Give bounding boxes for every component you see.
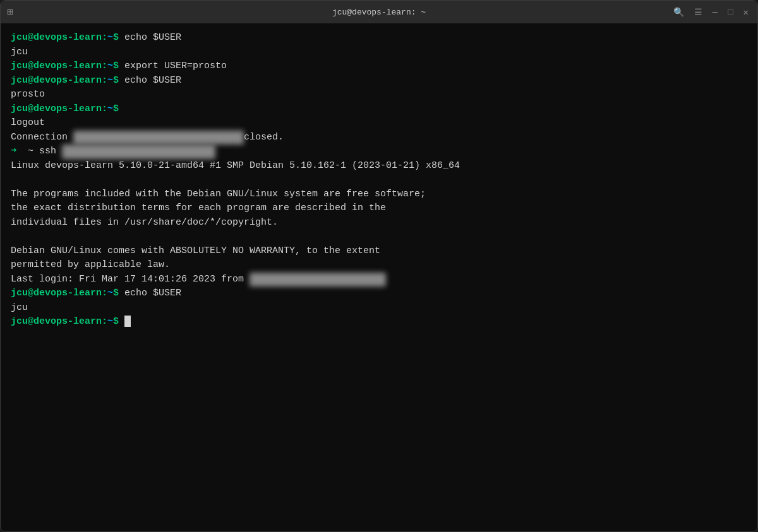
output-line: permitted by applicable law.	[11, 258, 747, 273]
terminal-body[interactable]: jcu@devops-learn:~$ echo $USER jcu jcu@d…	[1, 23, 757, 531]
dollar: $	[113, 75, 119, 86]
new-tab-icon[interactable]: ⊞	[7, 6, 13, 18]
titlebar-left: ⊞	[7, 6, 13, 18]
search-icon[interactable]: 🔍	[671, 6, 687, 19]
output-line: Last login: Fri Mar 17 14:01:26 2023 fro…	[11, 273, 747, 287]
output-line: the exact distribution terms for each pr…	[11, 201, 747, 216]
terminal-line: jcu@devops-learn:~$ echo $USER	[11, 31, 747, 45]
terminal-line: jcu@devops-learn:~$ echo $USER	[11, 74, 747, 88]
maximize-icon[interactable]: □	[725, 6, 735, 18]
terminal-line: jcu@devops-learn:~$ echo $USER	[11, 287, 747, 301]
window-title: jcu@devops-learn: ~	[332, 8, 426, 17]
command: echo $USER	[119, 75, 181, 86]
menu-icon[interactable]: ☰	[692, 6, 705, 19]
minimize-icon[interactable]: —	[710, 6, 720, 18]
dollar: $	[113, 61, 119, 71]
output-line: prosto	[11, 88, 747, 102]
command: echo $USER	[119, 288, 181, 299]
arrow-icon: ➜	[11, 146, 16, 157]
tilde: ~	[107, 316, 113, 327]
empty-line	[11, 173, 747, 187]
terminal-cursor	[124, 316, 131, 327]
prompt: jcu@devops-learn:	[11, 316, 107, 327]
close-icon[interactable]: ✕	[741, 6, 751, 19]
output-line: individual files in /usr/share/doc/*/cop…	[11, 216, 747, 230]
tilde: ~	[107, 103, 113, 114]
dollar: $	[113, 316, 119, 327]
command: ~ ssh	[16, 146, 62, 157]
command: export USER=prosto	[119, 61, 227, 71]
tilde: ~	[107, 61, 113, 71]
tilde: ~	[107, 75, 113, 86]
dollar: $	[113, 288, 119, 299]
output-line: Linux devops-learn 5.10.0-21-amd64 #1 SM…	[11, 159, 747, 174]
prompt: jcu@devops-learn:	[11, 32, 107, 43]
output-line: Debian GNU/Linux comes with ABSOLUTELY N…	[11, 244, 747, 259]
output-line: logout	[11, 116, 747, 131]
redacted-ip	[250, 273, 386, 287]
command: echo $USER	[119, 32, 181, 43]
terminal-line: jcu@devops-learn:~$	[11, 315, 747, 329]
prompt: jcu@devops-learn:	[11, 103, 107, 114]
prompt: jcu@devops-learn:	[11, 61, 107, 71]
prompt: jcu@devops-learn:	[11, 288, 107, 299]
titlebar: ⊞ jcu@devops-learn: ~ 🔍 ☰ — □ ✕	[1, 1, 757, 23]
titlebar-controls: 🔍 ☰ — □ ✕	[671, 6, 751, 19]
output-line: jcu	[11, 301, 747, 316]
terminal-line: jcu@devops-learn:~$ export USER=prosto	[11, 59, 747, 74]
tilde: ~	[107, 288, 113, 299]
terminal-line: jcu@devops-learn:~$	[11, 102, 747, 117]
output-line: jcu	[11, 45, 747, 60]
redacted-text	[62, 145, 215, 159]
command	[119, 316, 124, 327]
output-line: The programs included with the Debian GN…	[11, 187, 747, 202]
dollar: $	[113, 103, 119, 114]
empty-line	[11, 230, 747, 244]
terminal-line: ➜ ~ ssh	[11, 145, 747, 159]
output-line: Connection closed.	[11, 131, 747, 145]
prompt: jcu@devops-learn:	[11, 75, 107, 86]
dollar: $	[113, 32, 119, 43]
tilde: ~	[107, 32, 113, 43]
terminal-window: ⊞ jcu@devops-learn: ~ 🔍 ☰ — □ ✕ jcu@devo…	[0, 0, 758, 532]
redacted-text	[73, 131, 244, 145]
